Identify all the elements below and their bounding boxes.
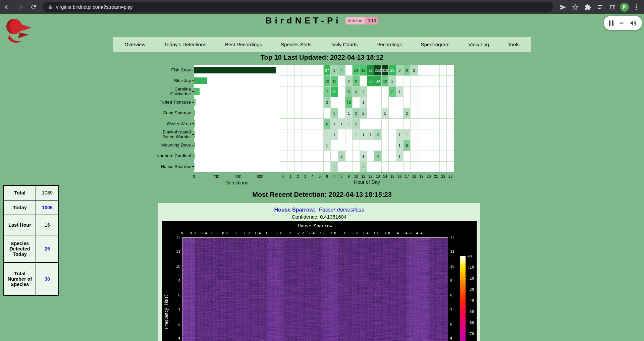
heatmap-cell (374, 119, 382, 129)
url-bar[interactable]: virginia.birdnetpi.com/?stream=play (43, 2, 553, 12)
menu-button[interactable] (631, 2, 641, 12)
heatmap-cell (382, 151, 389, 162)
heatmap-cell (287, 140, 295, 151)
birdnet-pi-page: BirdNET-Pi Version 0.13 OverviewToday's … (0, 14, 644, 341)
nav-item-recordings[interactable]: Recordings (374, 38, 405, 51)
species-label: Northern Cardinal (156, 154, 191, 158)
heatmap-cell (425, 87, 433, 97)
heatmap-cell (411, 76, 418, 87)
stats-table: Total1089Today1006Last Hour16Species Det… (3, 185, 59, 296)
stat-label-total: Total (4, 185, 36, 200)
heatmap-cell (418, 129, 425, 140)
colorbar-tick-label: -30 (468, 287, 474, 291)
heatmap-cell: 1 (345, 119, 353, 129)
heatmap-cell (316, 119, 324, 129)
heatmap-cell (309, 129, 317, 140)
heatmap-cell (440, 140, 447, 151)
heatmap-cell (287, 162, 295, 172)
stat-value-today[interactable]: 1006 (36, 200, 59, 215)
spec-time-tick-label: 0 (181, 231, 183, 235)
stat-value-species-detected-today[interactable]: 25 (36, 235, 59, 263)
heatmap-cell (447, 65, 454, 76)
heatmap-cell (309, 119, 317, 129)
heatmap-cell (404, 162, 411, 172)
heatmap-cell (440, 76, 447, 87)
heatmap-cell (382, 140, 389, 151)
page-title: BirdNET-Pi (266, 15, 341, 26)
heatmap-cell (396, 162, 404, 172)
heatmap-cell (287, 76, 295, 87)
extensions-button[interactable] (583, 2, 593, 12)
heatmap-cell (294, 65, 302, 76)
back-arrow-icon (4, 4, 11, 10)
heatmap-cell (432, 119, 440, 129)
heatmap-cell: 6 (324, 119, 331, 129)
heatmap-cell (411, 87, 418, 97)
star-icon (572, 4, 579, 10)
heatmap-cell: 2 (360, 87, 367, 97)
heatmap-cell (440, 129, 447, 140)
stat-label-total-number-of-species: Total Number of Species (4, 263, 36, 295)
hour-tick-label: 1 (289, 174, 291, 178)
nav-item-daily-charts[interactable]: Daily Charts (328, 38, 361, 51)
heatmap-cell (411, 151, 418, 162)
heatmap-cell: 1 (396, 151, 404, 162)
heatmap-cell: 6 (404, 140, 411, 151)
nav-item-today-s-detections[interactable]: Today's Detections (162, 38, 209, 51)
heatmap-cell (294, 129, 302, 140)
heatmap-cell: 2 (360, 162, 367, 172)
heatmap-cell: 36 (367, 76, 375, 87)
heatmap-cell (280, 162, 287, 172)
spec-time-tick-label: 3 (343, 231, 345, 235)
hour-tick-label: 17 (405, 174, 409, 178)
heatmap-cell (447, 129, 454, 140)
volume-button[interactable] (630, 19, 637, 27)
profile-avatar[interactable]: P (620, 3, 629, 12)
nav-item-view-log[interactable]: View Log (466, 38, 491, 51)
heatmap-cell: 27 (324, 65, 331, 76)
nav-item-spectrogram[interactable]: Spectrogram (418, 38, 452, 51)
heatmap-cell (425, 129, 433, 140)
heatmap-cell (302, 97, 309, 108)
heatmap-cell: 1 (360, 97, 367, 108)
spec-freq-tick-label: 5 (168, 337, 180, 341)
heatmap-cell (302, 140, 309, 151)
pause-button[interactable] (609, 20, 613, 26)
heatmap-cell (302, 76, 309, 87)
hour-tick-label: 20 (427, 174, 431, 178)
heatmap-cell (447, 140, 454, 151)
heatmap-cell: 9 (389, 87, 396, 97)
heatmap-cell (404, 151, 411, 162)
detection-species-link[interactable]: House Sparrow: (274, 207, 316, 213)
heatmap-cell (440, 162, 447, 172)
toolbar-icon-cluster: P (558, 2, 641, 12)
heatmap-cell (302, 162, 309, 172)
side-panel-button[interactable] (607, 2, 618, 12)
species-label-row: Northern Cardinal (154, 151, 194, 161)
heatmap-cell (367, 151, 375, 162)
heatmap-cell: 2 (360, 108, 367, 119)
heatmap-cell (287, 151, 295, 162)
send-button[interactable] (558, 2, 568, 12)
hour-tick-label: 13 (376, 174, 380, 178)
nav-item-overview[interactable]: Overview (122, 38, 148, 51)
reading-list-button[interactable] (595, 2, 605, 12)
heatmap-cell (367, 87, 375, 97)
bookmark-button[interactable] (570, 2, 580, 12)
nav-item-tools[interactable]: Tools (505, 38, 522, 51)
heatmap-cell (396, 76, 404, 87)
heatmap-cell: 10 (382, 76, 389, 87)
detection-scientific-name[interactable]: Passer domesticus (319, 207, 364, 213)
species-label: Mourning Dove (161, 143, 191, 148)
stat-value-total: 1089 (36, 185, 59, 200)
heatmap-cell (294, 87, 302, 97)
heatmap-cell (374, 97, 382, 108)
seek-handle-icon[interactable] (620, 22, 624, 24)
forward-button[interactable] (15, 1, 26, 13)
nav-item-species-stats[interactable]: Species Stats (278, 38, 314, 51)
back-button[interactable] (2, 1, 13, 13)
nav-item-best-recordings[interactable]: Best Recordings (222, 38, 265, 51)
stat-value-total-number-of-species[interactable]: 30 (36, 263, 59, 295)
heatmap-cell: 2 (411, 65, 418, 76)
reload-button[interactable] (28, 1, 39, 13)
